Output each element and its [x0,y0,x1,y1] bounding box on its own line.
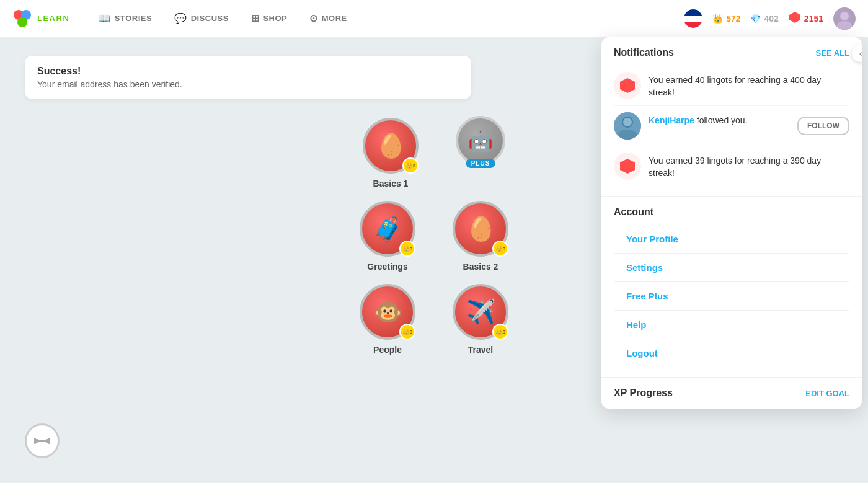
shop-icon: ⊞ [251,12,260,24]
travel-emoji: ✈️ [466,298,495,326]
notification-text-2: KenjiHarpe followed you. [649,112,790,127]
dumbbell-button[interactable] [25,423,60,458]
duolingo-logo-icon [12,9,32,29]
settings-link[interactable]: Settings [614,254,849,282]
lesson-item-travel[interactable]: ✈️ 👑3 Travel [453,284,508,355]
nav-item-shop-label: SHOP [263,14,287,23]
crown-icon-t: 👑 [495,329,503,335]
lesson-item-greetings[interactable]: 🧳 👑3 Greetings [360,201,415,272]
notification-item-2: KenjiHarpe followed you. FOLLOW [614,106,849,146]
gems-value: 402 [764,14,778,24]
svg-marker-12 [620,78,635,93]
streak-stat[interactable]: 👑 572 [712,14,740,24]
svg-marker-17 [620,159,635,174]
nav-item-stories-label: STORIES [115,14,152,23]
crown-icon: 👑 [405,162,413,169]
gems-icon: 💎 [750,14,761,24]
gems-stat[interactable]: 💎 402 [750,14,778,24]
streak-value: 572 [726,14,740,24]
logout-link[interactable]: Logout [614,339,849,367]
crown-icon-b2: 👑 [495,246,503,252]
success-banner: Success! Your email address has been ver… [25,56,471,99]
user-avatar[interactable] [833,7,856,30]
dumbbell-icon [34,433,50,449]
lesson-circle-plus: 🤖 PLUS [456,116,505,166]
follow-button[interactable]: FOLLOW [797,117,849,135]
nav-item-shop[interactable]: ⊞ SHOP [241,7,297,29]
lesson-row-0: 🥚 👑3 Basics 1 🤖 PLUS [363,118,505,188]
notification-followed-text: followed you. [694,115,748,125]
travel-label: Travel [468,345,493,355]
crown-count-basics1: 3 [413,163,415,169]
lingots-value: 2151 [804,14,823,24]
lesson-item-basics1[interactable]: 🥚 👑3 Basics 1 [363,118,418,188]
account-section: Account Your Profile Settings Free Plus … [601,197,862,378]
streak-icon: 👑 [712,14,723,24]
svg-point-16 [623,118,632,126]
lingot-icon-1 [614,72,641,99]
see-all-link[interactable]: SEE ALL [816,48,849,58]
help-link[interactable]: Help [614,311,849,339]
nav-item-more[interactable]: ⊙ MORE [299,7,357,29]
main-content: Success! Your email address has been ver… [0,37,868,483]
svg-marker-3 [789,12,800,23]
basics2-label: Basics 2 [463,262,498,272]
lesson-item-people[interactable]: 🐵 👑3 People [360,284,415,355]
nav-item-discuss-label: DISCUSS [191,14,229,23]
svg-rect-9 [38,440,46,442]
svg-point-2 [17,17,27,27]
nav-item-stories[interactable]: 📖 STORIES [88,7,162,29]
nav-items: 📖 STORIES 💬 DISCUSS ⊞ SHOP ⊙ MORE [88,7,684,29]
notifications-section: Notifications SEE ALL You earned 40 ling… [601,37,862,197]
lesson-item-plus[interactable]: 🤖 PLUS [456,116,505,166]
free-plus-link[interactable]: Free Plus [614,282,849,311]
discuss-icon: 💬 [174,12,187,24]
flag-icon[interactable] [684,9,702,28]
stories-icon: 📖 [98,12,111,24]
avatar-image [833,7,856,30]
xp-header: XP Progress EDIT GOAL [614,388,849,399]
lesson-row-1: 🧳 👑3 Greetings 🥚 👑3 Basics 2 [360,201,508,272]
crown-badge-travel: 👑3 [492,324,508,340]
xp-progress-section: XP Progress EDIT GOAL [601,378,862,409]
lesson-circle-basics2: 🥚 👑3 [453,201,508,257]
crown-badge-people: 👑3 [399,324,415,340]
lesson-row-2: 🐵 👑3 People ✈️ 👑3 Travel [360,284,508,355]
svg-rect-11 [48,438,50,444]
nav-item-discuss[interactable]: 💬 DISCUSS [164,7,239,29]
lesson-item-basics2[interactable]: 🥚 👑3 Basics 2 [453,201,508,272]
greetings-emoji: 🧳 [373,215,402,242]
plus-badge: PLUS [466,159,495,168]
plus-mascot-emoji: 🤖 [468,129,493,153]
success-title: Success! [37,66,459,77]
basics2-emoji: 🥚 [466,215,495,242]
lesson-circle-travel: ✈️ 👑3 [453,284,508,340]
navbar: LEARN 📖 STORIES 💬 DISCUSS ⊞ SHOP ⊙ MORE … [0,0,868,37]
flag-white [684,16,702,22]
kenji-avatar [614,112,641,140]
lingots-icon [789,11,801,25]
greetings-label: Greetings [367,262,407,272]
svg-point-5 [840,12,849,20]
more-icon: ⊙ [309,12,318,24]
lingot-icon-3 [614,153,641,180]
lingot-gem-icon [619,77,636,94]
dropdown-panel: ‹ Notifications SEE ALL You earned 40 li… [601,37,862,409]
crown-icon-p: 👑 [402,329,410,335]
success-message: Your email address has been verified. [37,79,459,89]
notifications-title: Notifications [614,47,674,58]
kenji-avatar-image [614,112,641,140]
lingots-stat[interactable]: 2151 [789,11,823,25]
notification-item-1: You earned 40 lingots for reaching a 400… [614,66,849,106]
notification-item-3: You earned 39 lingots for reaching a 390… [614,146,849,186]
nav-right: 👑 572 💎 402 2151 [684,7,856,30]
kenji-username[interactable]: KenjiHarpe [649,115,694,125]
people-label: People [373,345,402,355]
notifications-header: Notifications SEE ALL [614,47,849,58]
flag-red [684,22,702,28]
xp-edit-goal-button[interactable]: EDIT GOAL [805,389,849,398]
crown-badge-greetings: 👑3 [399,241,415,257]
flag-blue [684,9,702,16]
lesson-circle-basics1: 🥚 👑3 [363,118,418,174]
your-profile-link[interactable]: Your Profile [614,225,849,254]
